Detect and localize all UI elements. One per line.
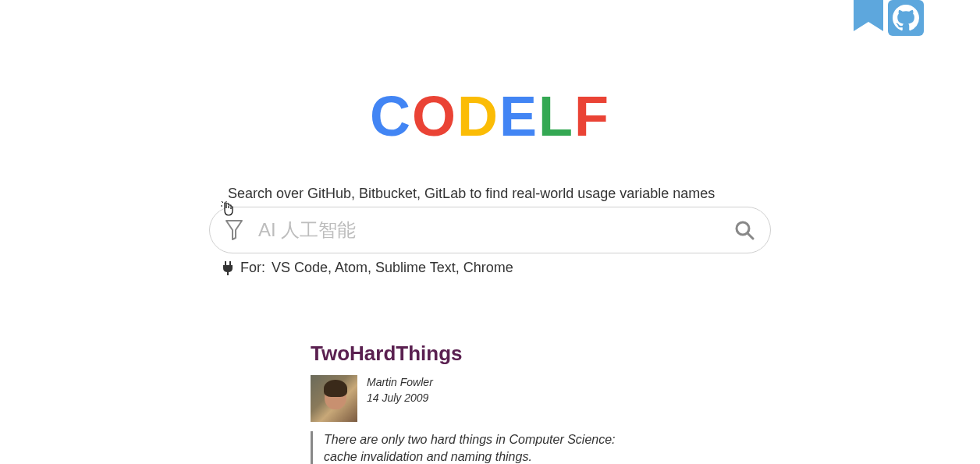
logo-letter-o: O <box>412 84 457 148</box>
logo-letter-d: D <box>457 84 499 148</box>
search-icon <box>734 220 755 240</box>
plugin-links[interactable]: VS Code, Atom, Sublime Text, Chrome <box>272 260 513 276</box>
svg-rect-3 <box>229 261 231 265</box>
search-description: Search over GitHub, Bitbucket, GitLab to… <box>228 186 771 202</box>
quote-line-1: There are only two hard things in Comput… <box>324 431 669 448</box>
plugin-line: For: VS Code, Atom, Sublime Text, Chrome <box>222 260 771 276</box>
article-title: TwoHardThings <box>311 342 669 366</box>
plugin-for-label: For: <box>240 260 265 276</box>
search-bar <box>209 207 771 253</box>
search-input[interactable] <box>249 219 734 241</box>
article-author: Martin Fowler <box>367 375 433 391</box>
author-avatar <box>311 375 357 422</box>
article: TwoHardThings Martin Fowler 14 July 2009… <box>311 342 669 464</box>
logo-letter-f: F <box>574 84 610 148</box>
logo-letter-e: E <box>499 84 538 148</box>
logo-letter-c: C <box>370 84 412 148</box>
article-date: 14 July 2009 <box>367 391 433 406</box>
github-icon[interactable] <box>888 0 924 36</box>
svg-rect-4 <box>227 271 229 275</box>
svg-line-1 <box>747 233 753 239</box>
bookmark-icon[interactable] <box>854 0 883 37</box>
article-quote: There are only two hard things in Comput… <box>311 431 669 464</box>
logo: C O D E L F <box>370 84 610 148</box>
plug-icon <box>222 261 234 275</box>
filter-icon[interactable] <box>225 218 249 242</box>
logo-letter-l: L <box>538 84 574 148</box>
svg-rect-2 <box>225 261 226 265</box>
quote-line-2: cache invalidation and naming things. <box>324 448 669 464</box>
search-button[interactable] <box>734 220 755 240</box>
